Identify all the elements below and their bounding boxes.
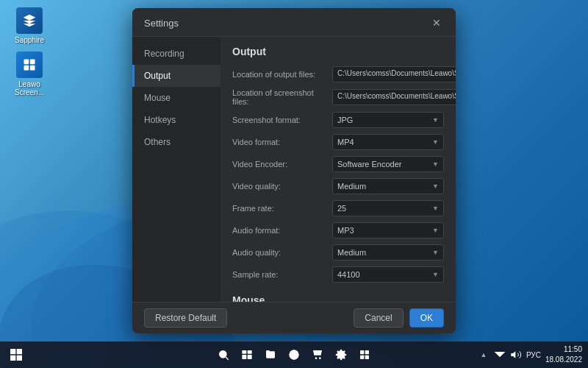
screenshot-format-select[interactable]: JPG ▼ xyxy=(332,112,444,128)
output-location-input[interactable]: C:\Users\comss\Documents\Leawo\Screen Re… xyxy=(332,66,456,82)
language-indicator: РУС xyxy=(526,351,541,359)
search-taskbar-button[interactable] xyxy=(213,344,234,365)
video-encoder-select[interactable]: Software Encoder ▼ xyxy=(332,156,444,172)
audio-quality-control: Medium ▼ xyxy=(332,244,444,261)
screenshot-format-control: JPG ▼ xyxy=(332,112,444,128)
sample-rate-control: 44100 ▼ xyxy=(332,266,444,283)
sidebar-item-output[interactable]: Output xyxy=(132,65,220,87)
sidebar-item-hotkeys[interactable]: Hotkeys xyxy=(132,109,220,131)
video-encoder-control: Software Encoder ▼ xyxy=(332,156,444,172)
chevron-down-icon-3: ▼ xyxy=(432,160,439,168)
start-button[interactable] xyxy=(6,344,26,365)
audio-quality-select[interactable]: Medium ▼ xyxy=(332,244,444,261)
video-format-label: Video format: xyxy=(232,138,328,146)
audio-format-row: Audio format: MP3 ▼ xyxy=(232,222,444,238)
audio-format-label: Audio format: xyxy=(232,226,328,235)
screenshot-location-input[interactable]: C:\Users\comss\Documents\Leawo\Screen Re… xyxy=(332,89,456,105)
frame-rate-control: 25 ▼ xyxy=(332,200,444,216)
file-explorer-button[interactable] xyxy=(260,344,281,365)
svg-rect-17 xyxy=(360,350,364,354)
sidebar: Recording Output Mouse Hotkeys Others xyxy=(132,37,220,302)
audio-format-select[interactable]: MP3 ▼ xyxy=(332,222,444,238)
frame-rate-select[interactable]: 25 ▼ xyxy=(332,200,444,216)
volume-icon[interactable] xyxy=(510,344,522,365)
svg-rect-20 xyxy=(365,355,369,359)
svg-line-9 xyxy=(226,357,229,360)
clock[interactable]: 11:50 18.08.2022 xyxy=(545,344,582,365)
screenshot-location-row: Location of screenshot files: C:\Users\c… xyxy=(232,88,444,106)
chevron-down-icon-7: ▼ xyxy=(432,249,439,256)
dialog-titlebar: Settings ✕ xyxy=(132,8,456,37)
sidebar-item-others[interactable]: Others xyxy=(132,131,220,153)
store-button[interactable] xyxy=(307,344,328,365)
video-quality-control: Medium ▼ xyxy=(332,178,444,194)
cancel-button[interactable]: Cancel xyxy=(354,308,403,328)
chevron-down-icon-5: ▼ xyxy=(432,205,439,212)
dialog-footer: Restore Default Cancel OK xyxy=(132,302,456,333)
taskbar-left xyxy=(6,344,26,365)
svg-point-8 xyxy=(220,351,226,358)
sidebar-item-mouse[interactable]: Mouse xyxy=(132,87,220,109)
frame-rate-row: Frame rate: 25 ▼ xyxy=(232,200,444,216)
video-quality-row: Video quality: Medium ▼ xyxy=(232,178,444,194)
network-icon[interactable] xyxy=(494,344,506,365)
task-view-button[interactable] xyxy=(237,344,257,365)
frame-rate-label: Frame rate: xyxy=(232,204,328,213)
dialog-body: Recording Output Mouse Hotkeys Others xyxy=(132,37,456,302)
output-location-control: C:\Users\comss\Documents\Leawo\Screen Re… xyxy=(332,66,456,82)
desktop: Sapphire LeawoScreen... Settings ✕ Recor… xyxy=(0,0,588,368)
time-display: 11:50 xyxy=(545,344,582,355)
svg-rect-12 xyxy=(242,355,246,359)
restore-default-button[interactable]: Restore Default xyxy=(144,308,227,328)
settings-dialog: Settings ✕ Recording Output Mouse xyxy=(132,8,456,333)
video-encoder-row: Video Encoder: Software Encoder ▼ xyxy=(232,156,444,172)
mouse-section-title: Mouse xyxy=(232,294,444,302)
sample-rate-label: Sample rate: xyxy=(232,270,328,279)
output-location-row: Location of output files: C:\Users\comss… xyxy=(232,66,444,82)
svg-point-15 xyxy=(315,357,318,359)
taskbar-right: ▲ РУС 11:50 18.08.2022 xyxy=(478,344,582,365)
video-format-select[interactable]: MP4 ▼ xyxy=(332,134,444,150)
svg-rect-10 xyxy=(242,350,246,354)
date-display: 18.08.2022 xyxy=(545,355,582,365)
svg-rect-11 xyxy=(248,350,252,354)
chevron-up-icon[interactable]: ▲ xyxy=(478,344,490,365)
screenshot-location-control: C:\Users\comss\Documents\Leawo\Screen Re… xyxy=(332,89,456,105)
output-section-title: Output xyxy=(232,46,444,57)
taskbar-center xyxy=(213,344,375,365)
svg-point-16 xyxy=(319,357,321,359)
output-location-label: Location of output files: xyxy=(232,70,328,79)
browser-button[interactable] xyxy=(284,344,304,365)
screenshot-format-row: Screenshot format: JPG ▼ xyxy=(232,112,444,128)
svg-rect-18 xyxy=(365,350,369,354)
video-format-control: MP4 ▼ xyxy=(332,134,444,150)
video-format-row: Video format: MP4 ▼ xyxy=(232,134,444,150)
ok-button[interactable]: OK xyxy=(409,308,444,328)
close-button[interactable]: ✕ xyxy=(429,15,444,30)
audio-format-control: MP3 ▼ xyxy=(332,222,444,238)
chevron-down-icon-8: ▼ xyxy=(432,271,439,278)
dialog-title: Settings xyxy=(144,18,179,29)
settings-taskbar-button[interactable] xyxy=(331,344,351,365)
sample-rate-row: Sample rate: 44100 ▼ xyxy=(232,266,444,283)
chevron-down-icon-4: ▼ xyxy=(432,183,439,190)
chevron-down-icon-6: ▼ xyxy=(432,227,439,234)
svg-rect-19 xyxy=(360,355,364,359)
leawo-taskbar-button[interactable] xyxy=(354,344,375,365)
audio-quality-row: Audio quality: Medium ▼ xyxy=(232,244,444,261)
sidebar-item-recording[interactable]: Recording xyxy=(132,43,220,65)
video-quality-label: Video quality: xyxy=(232,182,328,191)
modal-overlay: Settings ✕ Recording Output Mouse xyxy=(0,0,588,342)
footer-right: Cancel OK xyxy=(354,308,444,328)
video-quality-select[interactable]: Medium ▼ xyxy=(332,178,444,194)
audio-quality-label: Audio quality: xyxy=(232,248,328,257)
main-content: Output Location of output files: C:\User… xyxy=(220,37,456,302)
chevron-down-icon-2: ▼ xyxy=(432,138,439,146)
sample-rate-select[interactable]: 44100 ▼ xyxy=(332,266,444,283)
taskbar: ▲ РУС 11:50 18.08.2022 xyxy=(0,342,588,368)
svg-rect-13 xyxy=(248,355,252,359)
chevron-down-icon: ▼ xyxy=(432,116,439,124)
screenshot-location-label: Location of screenshot files: xyxy=(232,88,328,106)
video-encoder-label: Video Encoder: xyxy=(232,160,328,169)
screenshot-format-label: Screenshot format: xyxy=(232,116,328,124)
